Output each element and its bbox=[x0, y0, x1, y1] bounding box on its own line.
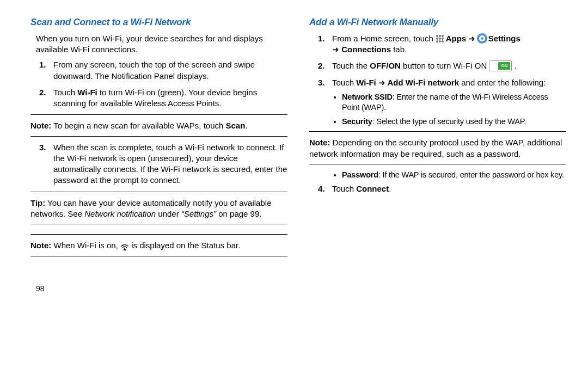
apps-icon bbox=[436, 34, 444, 42]
divider bbox=[30, 114, 287, 115]
note-label: Note: bbox=[309, 138, 330, 147]
divider bbox=[309, 164, 566, 164]
text: Depending on the security protocol used … bbox=[309, 138, 562, 158]
note-scan: Note: To begin a new scan for available … bbox=[30, 120, 287, 131]
text: Touch bbox=[53, 88, 77, 97]
note-protocol: Note: Depending on the security protocol… bbox=[309, 137, 566, 160]
text: : Select the type of security used by th… bbox=[372, 117, 526, 126]
divider bbox=[30, 136, 287, 137]
tip-block: Tip: You can have your device automatica… bbox=[30, 198, 287, 220]
arrow-icon: ➜ bbox=[332, 45, 339, 54]
step-3: When the scan is complete, touch a Wi-Fi… bbox=[53, 142, 287, 186]
left-column: Scan and Connect to a Wi-Fi Network When… bbox=[30, 16, 287, 294]
divider bbox=[30, 256, 287, 256]
bullet-security: Security: Select the type of security us… bbox=[342, 117, 566, 127]
password-label: Password bbox=[342, 170, 378, 179]
text: Touch bbox=[332, 184, 356, 193]
wifi-icon bbox=[120, 241, 129, 252]
text: Touch bbox=[332, 78, 356, 87]
steps-scan-cont: When the scan is complete, touch a Wi-Fi… bbox=[38, 142, 287, 186]
network-notification-ref: Network notification bbox=[84, 209, 156, 218]
divider bbox=[30, 224, 287, 224]
text: . bbox=[512, 61, 516, 70]
arrow-icon: ➜ bbox=[468, 34, 475, 43]
text: Touch the bbox=[332, 61, 370, 70]
settings-icon bbox=[478, 34, 486, 42]
text: is displayed on the Status bar. bbox=[129, 241, 240, 250]
scan-label: Scan bbox=[226, 121, 246, 130]
toggle-on-icon bbox=[489, 60, 512, 71]
note-label: Note: bbox=[30, 241, 51, 250]
note-statusbar: Note: When Wi-Fi is on, is displayed on … bbox=[30, 240, 287, 252]
right-column: Add a Wi-Fi Network Manually From a Home… bbox=[309, 16, 566, 294]
tip-label: Tip: bbox=[30, 198, 45, 207]
connect-label: Connect bbox=[356, 184, 389, 193]
field-list-2: Password: If the WAP is secured, enter t… bbox=[332, 170, 566, 181]
step-4: Touch Connect. bbox=[332, 183, 566, 194]
settings-ref: “Settings” bbox=[181, 209, 216, 218]
svg-point-0 bbox=[124, 248, 126, 250]
steps-add: From a Home screen, touch Apps ➜ Setting… bbox=[317, 33, 566, 127]
text: To begin a new scan for available WAPs, … bbox=[51, 121, 225, 130]
connections-label: Connections bbox=[339, 45, 391, 54]
wifi-label: Wi-Fi bbox=[356, 78, 378, 87]
bullet-password: Password: If the WAP is secured, enter t… bbox=[342, 170, 566, 181]
arrow-icon: ➜ bbox=[378, 78, 385, 87]
wifi-label: Wi-Fi bbox=[77, 88, 97, 97]
steps-scan: From any screen, touch the top of the sc… bbox=[38, 59, 287, 109]
security-label: Security bbox=[342, 117, 372, 126]
step-2: Touch the OFF/ON button to turn Wi-Fi ON… bbox=[332, 60, 566, 72]
step-1: From any screen, touch the top of the sc… bbox=[53, 59, 287, 82]
text: From a Home screen, touch bbox=[332, 34, 436, 43]
text: When Wi-Fi is on, bbox=[51, 241, 120, 250]
apps-label: Apps bbox=[444, 34, 468, 43]
note-label: Note: bbox=[30, 121, 51, 130]
bullet-ssid: Network SSID: Enter the name of the Wi-F… bbox=[342, 92, 566, 113]
text: under bbox=[156, 209, 181, 218]
step-3: Touch Wi-Fi ➜ Add Wi-Fi network and ente… bbox=[332, 77, 566, 127]
heading-scan-connect: Scan and Connect to a Wi-Fi Network bbox=[30, 16, 287, 29]
offon-label: OFF/ON bbox=[370, 61, 401, 70]
heading-add-manually: Add a Wi-Fi Network Manually bbox=[309, 16, 566, 29]
divider bbox=[309, 131, 566, 132]
steps-add-cont: Touch Connect. bbox=[317, 183, 566, 194]
intro-text: When you turn on Wi-Fi, your device sear… bbox=[36, 33, 287, 56]
text: . bbox=[389, 184, 391, 193]
text: and enter the following: bbox=[459, 78, 546, 87]
page-number: 98 bbox=[30, 284, 287, 294]
add-wifi-label: Add Wi-Fi network bbox=[385, 78, 459, 87]
text: . bbox=[245, 121, 247, 130]
text: button to turn Wi-Fi ON bbox=[401, 61, 489, 70]
divider bbox=[30, 192, 287, 192]
step-2: Touch Wi-Fi to turn Wi-Fi on (green). Yo… bbox=[53, 87, 287, 109]
text: tab. bbox=[391, 45, 407, 54]
text: : If the WAP is secured, enter the passw… bbox=[378, 170, 564, 179]
step-1: From a Home screen, touch Apps ➜ Setting… bbox=[332, 33, 566, 56]
field-list: Network SSID: Enter the name of the Wi-F… bbox=[332, 92, 566, 127]
divider bbox=[30, 234, 287, 235]
settings-label: Settings bbox=[486, 34, 520, 43]
text: on page 99. bbox=[216, 209, 261, 218]
ssid-label: Network SSID bbox=[342, 93, 393, 101]
